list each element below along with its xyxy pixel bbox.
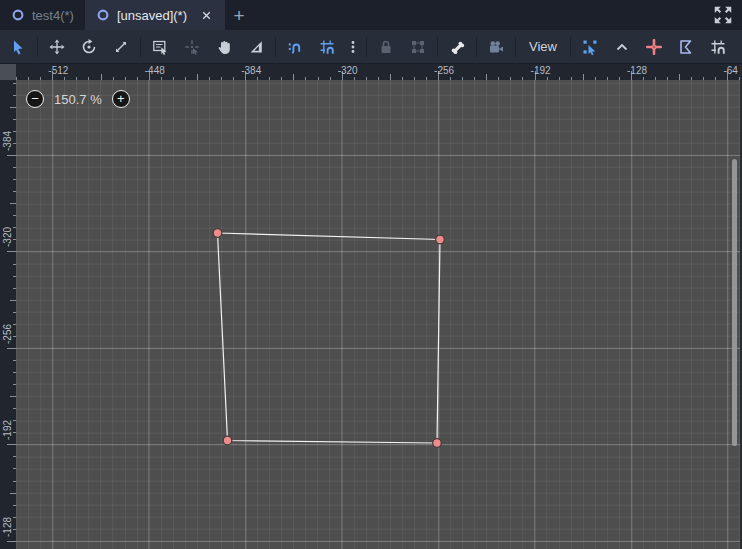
toolbar-separator — [476, 37, 477, 57]
grid-snap-toggle-button[interactable] — [311, 33, 343, 61]
view-menu-button[interactable]: View — [519, 39, 567, 54]
polygon-overlay — [16, 80, 742, 549]
polygon-outline[interactable] — [218, 233, 441, 443]
snap-options-menu-button[interactable] — [343, 33, 363, 61]
group-button-icon — [410, 39, 426, 55]
ruler-label: -192 — [531, 65, 551, 76]
edit-points-tool-button[interactable] — [574, 33, 606, 61]
move-origin-tool-icon — [184, 39, 200, 55]
ruler-label: -256 — [434, 65, 454, 76]
toolbar-separator — [366, 37, 367, 57]
list-select-tool-icon — [152, 39, 168, 55]
snap-relative-toggle-icon — [710, 39, 726, 55]
ruler-label: -384 — [241, 65, 261, 76]
ruler-label: -512 — [48, 65, 68, 76]
close-tab-icon[interactable] — [198, 7, 214, 23]
ruler-corner — [0, 64, 16, 80]
lock-button-icon — [378, 39, 394, 55]
zoom-level-button[interactable]: 150.7 % — [54, 92, 102, 107]
move-origin-tool-button[interactable] — [176, 33, 208, 61]
tab-label: test4(*) — [32, 8, 74, 23]
polygon-tool-icon — [678, 39, 694, 55]
edit-points-tool-icon — [582, 39, 598, 55]
add-point-tool-button[interactable] — [638, 33, 670, 61]
smart-snap-toggle-button[interactable] — [279, 33, 311, 61]
zoom-out-button[interactable]: − — [26, 90, 44, 108]
vertical-scrollbar-thumb[interactable] — [732, 159, 737, 446]
zoom-in-button[interactable]: + — [112, 90, 130, 108]
smart-snap-toggle-icon — [287, 39, 303, 55]
grid-snap-toggle-icon — [319, 39, 335, 55]
add-scene-tab-button[interactable]: + — [225, 0, 253, 30]
camera-override-button-icon — [488, 39, 504, 55]
move-tool-icon — [49, 39, 65, 55]
tab-label: [unsaved](*) — [117, 8, 187, 23]
pan-tool-icon — [216, 39, 232, 55]
select-tool-icon — [10, 39, 26, 55]
toolbar-separator — [37, 37, 38, 57]
ruler-label: -320 — [2, 221, 12, 253]
scene-circle-icon — [11, 8, 25, 22]
select-tool-button[interactable] — [2, 33, 34, 61]
scene-tab-bar: test4(*)[unsaved](*) + — [0, 0, 742, 30]
zoom-widget: − 150.7 % + — [26, 90, 130, 108]
scene-tabs: test4(*)[unsaved](*) — [0, 0, 225, 30]
ruler-label: -384 — [2, 125, 12, 157]
2d-viewport-canvas[interactable]: − 150.7 % + — [16, 80, 742, 549]
add-point-tool-icon — [646, 39, 662, 55]
toolbar-separator — [275, 37, 276, 57]
polygon-tool-button[interactable] — [670, 33, 702, 61]
ruler-label: -320 — [338, 65, 358, 76]
expand-icon — [712, 12, 734, 29]
scene-tab-1[interactable]: [unsaved](*) — [85, 0, 225, 30]
ruler-label: -128 — [2, 511, 12, 543]
scale-tool-button[interactable] — [105, 33, 137, 61]
canvas-toolbar: View — [0, 30, 742, 64]
chevron-up-button[interactable] — [606, 33, 638, 61]
camera-override-button-button[interactable] — [480, 33, 512, 61]
toolbar-separator — [570, 37, 571, 57]
ruler-tool-button[interactable] — [240, 33, 272, 61]
group-button-button[interactable] — [402, 33, 434, 61]
list-select-tool-button[interactable] — [144, 33, 176, 61]
ruler-label: -128 — [627, 65, 647, 76]
rotate-tool-button[interactable] — [73, 33, 105, 61]
rotate-tool-icon — [81, 39, 97, 55]
polygon-vertex-handle-3[interactable] — [223, 436, 232, 445]
horizontal-ruler[interactable]: -512-448-384-320-256-192-128-64 — [16, 64, 742, 80]
ruler-tool-icon — [248, 39, 264, 55]
polygon-vertex-handle-2[interactable] — [433, 439, 442, 448]
polygon-vertex-handle-0[interactable] — [213, 229, 222, 238]
tabbar-spacer — [253, 0, 712, 30]
scale-tool-icon — [113, 39, 129, 55]
move-tool-button[interactable] — [41, 33, 73, 61]
ruler-label: -256 — [2, 318, 12, 350]
skeleton-menu-button[interactable] — [441, 33, 473, 61]
pan-tool-button[interactable] — [208, 33, 240, 61]
scene-circle-icon — [96, 8, 110, 22]
vertical-ruler[interactable]: -384-320-256-192-128 — [0, 80, 16, 549]
scene-tab-0[interactable]: test4(*) — [0, 0, 85, 30]
ruler-label: -192 — [2, 414, 12, 446]
ruler-label: -64 — [723, 65, 737, 76]
toolbar-separator — [140, 37, 141, 57]
chevron-up-icon — [614, 39, 630, 55]
polygon-vertex-handle-1[interactable] — [436, 235, 445, 244]
lock-button-button[interactable] — [370, 33, 402, 61]
snap-options-menu-icon — [345, 39, 361, 55]
expand-viewport-button[interactable] — [712, 4, 734, 26]
snap-relative-toggle-button[interactable] — [702, 33, 734, 61]
toolbar-separator — [437, 37, 438, 57]
skeleton-menu-icon — [449, 39, 465, 55]
toolbar-separator — [515, 37, 516, 57]
ruler-label: -448 — [145, 65, 165, 76]
